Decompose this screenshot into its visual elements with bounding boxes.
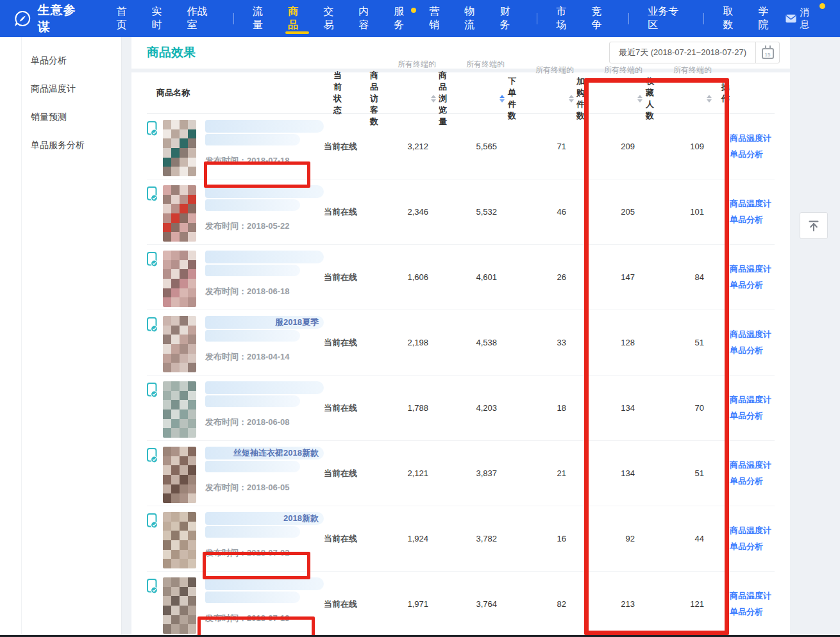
thumbnail-pixel [180,606,188,615]
product-thumbnail[interactable] [163,381,196,438]
action-link-0[interactable]: 商品温度计 [730,590,771,602]
sidebar-item-2[interactable]: 销量预测 [0,103,121,131]
views-cell: 4,601 [436,272,505,282]
status-text: 当前在线 [324,403,357,413]
thumbnail-pixel [180,232,188,242]
action-link-1[interactable]: 单品分析 [730,541,763,552]
nav-item-7[interactable]: 内容 [358,0,377,37]
calendar-button[interactable]: 15 [756,42,779,63]
thumbnail-pixel [171,475,180,484]
sidebar-item-0[interactable]: 单品分析 [0,46,121,74]
nav-item-16[interactable]: 业务专区 [648,0,685,37]
thumbnail-pixel [171,316,180,326]
action-link-0[interactable]: 商品温度计 [730,394,771,406]
action-link-0[interactable]: 商品温度计 [730,263,771,275]
column-header-2[interactable]: 所有终端的商品访客数 [369,59,436,128]
thumbnail-pixel [188,148,196,158]
thumbnail-pixel [188,577,196,587]
nav-item-6[interactable]: 交易 [323,0,342,37]
product-title-blurred [205,251,324,263]
thumbnail-pixel [171,465,180,475]
product-thumbnail[interactable] [163,185,196,242]
publish-date-label: 发布时间： [205,156,247,165]
action-link-1[interactable]: 单品分析 [730,476,763,487]
nav-item-19[interactable]: 学院 [758,0,777,37]
cart-adds-cell: 147 [574,272,643,282]
product-title-block: 发布时间：2018-07-18 [201,120,324,179]
table-row: 丝短袖连衣裙2018新款发布时间：2018-06-05当前在线2,1213,83… [147,441,775,506]
thumbnail-pixel [180,213,188,223]
action-link-1[interactable]: 单品分析 [730,606,763,618]
nav-item-1[interactable]: 实时 [152,0,171,37]
action-link-0[interactable]: 商品温度计 [730,329,771,340]
action-link-0[interactable]: 商品温度计 [730,525,771,536]
column-header-super: 所有终端的 [436,59,505,70]
action-link-1[interactable]: 单品分析 [730,410,763,422]
thumbnail-pixel [171,493,180,503]
nav-item-18[interactable]: 取数 [723,0,741,37]
thumbnail-pixel [171,587,180,597]
nav-item-14[interactable]: 竞争 [591,0,610,37]
product-title-block: 2018新款发布时间：2018-07-02 [201,512,324,571]
status-text: 当前在线 [324,272,357,282]
thumbnail-pixel [163,138,171,148]
action-link-1[interactable]: 单品分析 [730,149,763,160]
product-thumbnail[interactable] [163,120,196,176]
nav-item-9[interactable]: 营销 [429,0,448,37]
actions-cell: 商品温度计单品分析 [712,459,775,487]
action-link-0[interactable]: 商品温度计 [730,459,771,471]
product-thumbnail[interactable] [163,512,196,568]
thumbnail-pixel [180,512,188,522]
status-cell: 当前在线 [324,206,369,218]
nav-item-13[interactable]: 市场 [556,0,575,37]
sidebar-item-3[interactable]: 单品服务分析 [0,131,121,159]
nav-item-11[interactable]: 财务 [500,0,518,37]
column-header-4[interactable]: 所有终端的下单件数 [505,65,574,122]
thumbnail-pixel [180,120,188,129]
action-link-1[interactable]: 单品分析 [730,345,763,356]
orders-cell: 82 [505,599,574,609]
sidebar-item-1[interactable]: 商品温度计 [0,74,121,103]
product-thumbnail[interactable] [163,577,196,634]
thumbnail-pixel [171,363,180,372]
product-thumbnail[interactable] [163,316,196,372]
nav-item-0[interactable]: 首页 [116,0,135,37]
product-title-block: 发布时间：2018-06-08 [201,381,324,440]
action-link-1[interactable]: 单品分析 [730,214,763,226]
favorites-cell: 44 [643,534,712,543]
sort-arrows-icon[interactable] [707,95,712,103]
column-header-6[interactable]: 所有终端的收藏人数 [643,65,712,122]
action-link-0[interactable]: 商品温度计 [730,198,771,210]
thumbnail-pixel [180,316,188,326]
thumbnail-pixel [180,381,188,391]
nav-item-5[interactable]: 商品 [288,0,307,37]
action-link-1[interactable]: 单品分析 [730,279,763,291]
thumbnail-pixel [171,447,180,456]
mobile-online-icon [147,186,158,244]
thumbnail-pixel [188,316,196,326]
column-header-5[interactable]: 所有终端的加购件数 [574,65,643,122]
nav-item-2[interactable]: 作战室 [187,0,215,37]
nav-item-4[interactable]: 流量 [253,0,271,37]
column-header-3[interactable]: 所有终端的商品浏览量 [436,59,505,128]
thumbnail-pixel [171,120,180,129]
thumbnail-pixel [188,493,196,503]
product-name-cell: 丝短袖连衣裙2018新款发布时间：2018-06-05 [147,441,324,506]
thumbnail-pixel [180,167,188,176]
date-range-picker[interactable]: 最近7天 (2018-07-21~2018-07-27) 15 [609,42,780,63]
brand-logo[interactable]: 生意参谋 [14,2,86,35]
product-title-block: 发布时间：2018-05-22 [201,185,324,244]
visitors-cell: 1,971 [369,599,436,609]
date-range-label[interactable]: 最近7天 (2018-07-21~2018-07-27) [610,42,756,63]
nav-item-10[interactable]: 物流 [464,0,483,37]
back-to-top-button[interactable] [800,212,828,239]
action-link-0[interactable]: 商品温度计 [730,133,771,144]
thumbnail-pixel [188,596,196,606]
nav-item-messages[interactable]: 消息 [785,6,825,31]
column-header-super: 所有终端的 [369,59,436,70]
product-thumbnail[interactable] [163,447,196,503]
status-cell: 当前在线 [324,337,369,349]
thumbnail-pixel [188,587,196,597]
product-thumbnail[interactable] [163,251,196,307]
nav-item-8[interactable]: 服务 [394,0,412,37]
